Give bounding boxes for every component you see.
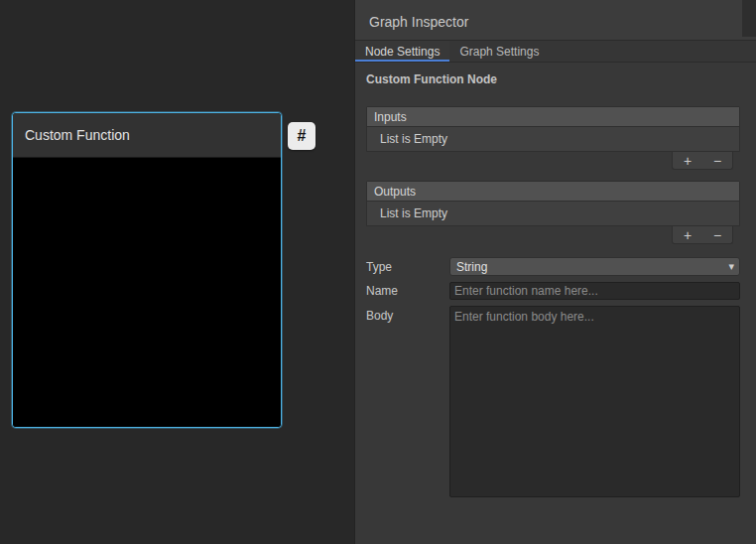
inspector-title: Graph Inspector (369, 14, 468, 30)
graph-inspector-panel: Graph Inspector Node Settings Graph Sett… (354, 0, 756, 544)
graph-canvas[interactable]: Custom Function # (0, 0, 354, 544)
node-body (13, 158, 281, 428)
inspector-content: Custom Function Node Inputs List is Empt… (355, 63, 756, 497)
inputs-list-footer: + − (366, 152, 740, 170)
tab-node-settings[interactable]: Node Settings (355, 41, 449, 62)
tab-graph-settings[interactable]: Graph Settings (449, 41, 549, 62)
body-input[interactable] (449, 306, 740, 497)
name-label: Name (366, 284, 449, 298)
custom-function-node[interactable]: Custom Function (12, 112, 282, 428)
node-title: Custom Function (25, 127, 130, 143)
hash-badge-icon[interactable]: # (288, 122, 315, 150)
node-title-bar[interactable]: Custom Function (13, 113, 281, 158)
inputs-remove-button[interactable]: − (707, 154, 727, 168)
inputs-empty-row: List is Empty (367, 127, 739, 151)
outputs-list-header: Outputs (367, 182, 739, 202)
outputs-empty-row: List is Empty (367, 202, 739, 225)
inspector-tab-bar: Node Settings Graph Settings (355, 41, 756, 63)
tab-graph-settings-label: Graph Settings (459, 45, 539, 59)
type-dropdown[interactable]: String ▾ (449, 257, 740, 276)
outputs-add-button[interactable]: + (678, 228, 697, 242)
outputs-list: Outputs List is Empty (366, 181, 740, 226)
scrollbar[interactable] (742, 0, 756, 37)
section-title: Custom Function Node (366, 72, 740, 86)
inputs-add-button[interactable]: + (678, 154, 697, 168)
type-label: Type (366, 260, 449, 274)
type-dropdown-value: String (456, 260, 487, 274)
inputs-list-header: Inputs (367, 107, 739, 127)
body-label: Body (366, 306, 449, 323)
tab-node-settings-label: Node Settings (365, 45, 440, 59)
type-field-row: Type String ▾ (366, 257, 740, 276)
name-field-row: Name (366, 282, 740, 300)
body-field-row: Body (366, 306, 740, 497)
chevron-down-icon: ▾ (728, 260, 734, 273)
name-input[interactable] (449, 282, 740, 300)
inspector-header: Graph Inspector (355, 0, 756, 41)
outputs-list-footer: + − (366, 226, 740, 244)
inputs-list: Inputs List is Empty (366, 106, 740, 152)
outputs-remove-button[interactable]: − (707, 228, 727, 242)
